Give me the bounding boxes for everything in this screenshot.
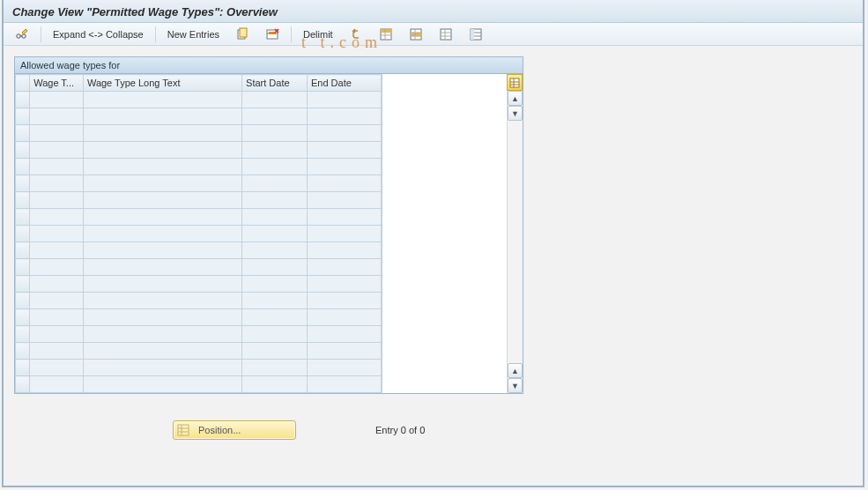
cell-end-date[interactable]	[307, 242, 381, 259]
cell-end-date[interactable]	[307, 259, 381, 276]
cell-start-date[interactable]	[242, 276, 308, 293]
table-row[interactable]	[16, 360, 382, 376]
cell-long-text[interactable]	[83, 293, 241, 309]
cell-end-date[interactable]	[307, 293, 381, 309]
cell-end-date[interactable]	[307, 343, 381, 360]
cell-start-date[interactable]	[242, 159, 308, 175]
cell-end-date[interactable]	[307, 175, 381, 192]
scroll-up-button-bottom[interactable]: ▲	[508, 363, 523, 378]
cell-long-text[interactable]	[83, 326, 241, 343]
col-wage-type[interactable]: Wage T...	[30, 75, 84, 92]
cell-start-date[interactable]	[242, 259, 308, 276]
table-row[interactable]	[16, 259, 382, 276]
cell-long-text[interactable]	[83, 276, 241, 293]
cell-wage-type[interactable]	[30, 326, 84, 343]
table-row[interactable]	[16, 209, 382, 226]
delimit-button[interactable]: Delimit	[297, 26, 339, 43]
cell-end-date[interactable]	[307, 376, 381, 393]
row-selector[interactable]	[16, 192, 30, 209]
cell-start-date[interactable]	[242, 309, 308, 326]
row-selector[interactable]	[16, 226, 30, 242]
cell-end-date[interactable]	[307, 309, 381, 326]
table-row[interactable]	[16, 125, 382, 142]
col-end-date[interactable]: End Date	[307, 75, 381, 92]
cell-start-date[interactable]	[242, 326, 308, 343]
cell-start-date[interactable]	[242, 343, 308, 360]
row-selector[interactable]	[16, 376, 30, 393]
cell-long-text[interactable]	[83, 209, 241, 226]
scroll-down-button[interactable]: ▼	[508, 106, 523, 121]
table-row[interactable]	[16, 242, 382, 259]
cell-start-date[interactable]	[242, 242, 308, 259]
cell-wage-type[interactable]	[30, 293, 84, 309]
cell-wage-type[interactable]	[30, 276, 84, 293]
cell-wage-type[interactable]	[30, 209, 84, 226]
row-selector[interactable]	[16, 175, 30, 192]
row-selector[interactable]	[16, 108, 30, 125]
cell-start-date[interactable]	[242, 376, 308, 393]
row-selector[interactable]	[16, 159, 30, 175]
row-selector[interactable]	[16, 242, 30, 259]
cell-long-text[interactable]	[83, 242, 241, 259]
row-selector[interactable]	[16, 259, 30, 276]
cell-long-text[interactable]	[83, 343, 241, 360]
table-row[interactable]	[16, 142, 382, 159]
cell-end-date[interactable]	[307, 209, 381, 226]
row-selector[interactable]	[16, 326, 30, 343]
cell-long-text[interactable]	[83, 309, 241, 326]
cell-wage-type[interactable]	[30, 175, 84, 192]
row-selector[interactable]	[16, 360, 30, 376]
cell-wage-type[interactable]	[30, 108, 84, 125]
new-entries-button[interactable]: New Entries	[161, 26, 226, 43]
cell-start-date[interactable]	[242, 175, 308, 192]
table-row[interactable]	[16, 159, 382, 175]
print-button[interactable]	[463, 26, 489, 43]
cell-end-date[interactable]	[307, 360, 381, 376]
cell-wage-type[interactable]	[30, 125, 84, 142]
table-row[interactable]	[16, 376, 382, 393]
table-row[interactable]	[16, 343, 382, 360]
table-settings-button[interactable]	[507, 74, 523, 91]
row-selector[interactable]	[16, 343, 30, 360]
copy-button[interactable]	[229, 26, 256, 43]
cell-start-date[interactable]	[242, 125, 308, 142]
deselect-all-button[interactable]	[433, 26, 459, 43]
cell-long-text[interactable]	[83, 142, 241, 159]
position-button[interactable]: Position...	[173, 420, 296, 440]
cell-wage-type[interactable]	[30, 192, 84, 209]
cell-wage-type[interactable]	[30, 159, 84, 175]
row-selector[interactable]	[16, 309, 30, 326]
cell-start-date[interactable]	[242, 209, 308, 226]
cell-long-text[interactable]	[83, 125, 241, 142]
select-all-button[interactable]	[373, 26, 399, 43]
cell-wage-type[interactable]	[30, 259, 84, 276]
cell-start-date[interactable]	[242, 226, 308, 242]
corner-cell[interactable]	[16, 75, 30, 92]
cell-start-date[interactable]	[242, 293, 308, 309]
table-row[interactable]	[16, 175, 382, 192]
cell-wage-type[interactable]	[30, 142, 84, 159]
cell-start-date[interactable]	[242, 108, 308, 125]
cell-end-date[interactable]	[307, 326, 381, 343]
cell-long-text[interactable]	[83, 92, 241, 108]
cell-end-date[interactable]	[307, 108, 381, 125]
cell-long-text[interactable]	[83, 226, 241, 242]
cell-end-date[interactable]	[307, 92, 381, 108]
cell-long-text[interactable]	[83, 175, 241, 192]
table-row[interactable]	[16, 326, 382, 343]
cell-start-date[interactable]	[242, 92, 308, 108]
table-row[interactable]	[16, 293, 382, 309]
col-start-date[interactable]: Start Date	[242, 75, 308, 92]
table-row[interactable]	[16, 226, 382, 242]
cell-wage-type[interactable]	[30, 360, 84, 376]
toggle-display-change-button[interactable]	[9, 26, 35, 43]
row-selector[interactable]	[16, 125, 30, 142]
cell-long-text[interactable]	[83, 108, 241, 125]
scroll-up-button[interactable]: ▲	[508, 91, 523, 106]
row-selector[interactable]	[16, 276, 30, 293]
cell-end-date[interactable]	[307, 276, 381, 293]
expand-collapse-button[interactable]: Expand <-> Collapse	[47, 26, 150, 43]
cell-wage-type[interactable]	[30, 242, 84, 259]
cell-start-date[interactable]	[242, 192, 308, 209]
row-selector[interactable]	[16, 209, 30, 226]
